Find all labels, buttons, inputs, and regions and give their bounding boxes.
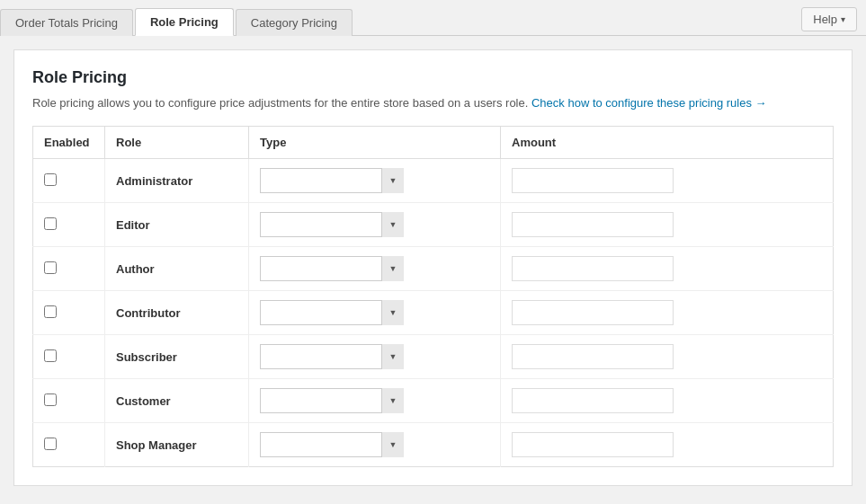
header-type: Type <box>249 127 501 159</box>
role-name: Editor <box>116 218 150 232</box>
amount-input[interactable] <box>512 168 674 193</box>
tab-category-pricing[interactable]: Category Pricing <box>236 9 353 36</box>
role-checkbox[interactable] <box>44 393 57 406</box>
tab-role-pricing[interactable]: Role Pricing <box>135 8 234 36</box>
role-name: Contributor <box>116 306 180 320</box>
table-row: Shop ManagerPercentage DiscountFlat Rate… <box>33 423 834 467</box>
role-checkbox[interactable] <box>44 305 57 318</box>
amount-input[interactable] <box>512 212 674 237</box>
type-select[interactable]: Percentage DiscountFlat Rate DiscountPer… <box>260 432 404 457</box>
amount-input[interactable] <box>512 300 674 325</box>
amount-input[interactable] <box>512 432 674 457</box>
type-select[interactable]: Percentage DiscountFlat Rate DiscountPer… <box>260 344 404 369</box>
amount-input[interactable] <box>512 344 674 369</box>
table-row: EditorPercentage DiscountFlat Rate Disco… <box>33 203 834 247</box>
type-select[interactable]: Percentage DiscountFlat Rate DiscountPer… <box>260 256 404 281</box>
type-select[interactable]: Percentage DiscountFlat Rate DiscountPer… <box>260 388 404 413</box>
role-checkbox[interactable] <box>44 349 57 362</box>
type-select[interactable]: Percentage DiscountFlat Rate DiscountPer… <box>260 212 404 237</box>
role-name: Administrator <box>116 174 192 188</box>
role-name: Subscriber <box>116 350 177 364</box>
bottom-bar: Save Changes <box>0 500 866 504</box>
page-title: Role Pricing <box>32 68 834 87</box>
role-checkbox[interactable] <box>44 438 57 450</box>
page-description: Role pricing allows you to configure pri… <box>32 96 834 110</box>
table-row: ContributorPercentage DiscountFlat Rate … <box>33 291 834 335</box>
help-button[interactable]: Help ▾ <box>801 7 857 31</box>
table-row: AuthorPercentage DiscountFlat Rate Disco… <box>33 247 834 291</box>
chevron-down-icon: ▾ <box>841 14 845 24</box>
table-row: AdministratorPercentage DiscountFlat Rat… <box>33 159 834 203</box>
tab-order-totals[interactable]: Order Totals Pricing <box>0 9 133 36</box>
main-content: Role Pricing Role pricing allows you to … <box>13 49 853 486</box>
configure-link[interactable]: Check how to configure these pricing rul… <box>531 96 767 110</box>
role-checkbox[interactable] <box>44 261 57 274</box>
role-name: Shop Manager <box>116 438 197 452</box>
tabs-bar: Order Totals Pricing Role Pricing Catego… <box>0 0 866 36</box>
header-role: Role <box>105 127 249 159</box>
table-row: SubscriberPercentage DiscountFlat Rate D… <box>33 335 834 379</box>
pricing-table: Enabled Role Type Amount AdministratorPe… <box>32 126 834 467</box>
role-checkbox[interactable] <box>44 173 57 186</box>
header-amount: Amount <box>501 127 834 159</box>
header-enabled: Enabled <box>33 127 105 159</box>
amount-input[interactable] <box>512 388 674 413</box>
amount-input[interactable] <box>512 256 674 281</box>
table-row: CustomerPercentage DiscountFlat Rate Dis… <box>33 379 834 423</box>
role-name: Author <box>116 262 155 276</box>
type-select[interactable]: Percentage DiscountFlat Rate DiscountPer… <box>260 300 404 325</box>
type-select[interactable]: Percentage DiscountFlat Rate DiscountPer… <box>260 168 404 193</box>
help-label: Help <box>813 13 837 26</box>
role-checkbox[interactable] <box>44 217 57 230</box>
role-name: Customer <box>116 394 171 408</box>
